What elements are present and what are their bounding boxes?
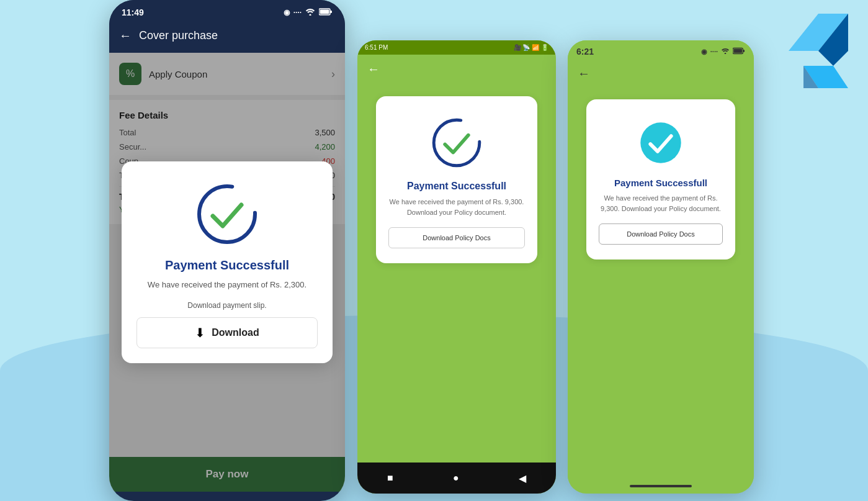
phone2-back-button[interactable]: ←: [357, 55, 390, 84]
phone3-dots-icon: ····: [710, 48, 718, 55]
nav-back-icon[interactable]: ◀: [519, 472, 526, 484]
gps-icon: ◉: [284, 8, 290, 17]
download-label: Download: [212, 327, 259, 338]
phone3-home-indicator: [630, 485, 692, 487]
phone2-icons: 🎥 📡 📶 🔋: [514, 44, 548, 51]
success-title: Payment Successfull: [165, 258, 289, 273]
svg-point-8: [434, 120, 480, 166]
download-button[interactable]: ⬇ Download: [136, 317, 318, 348]
phone3-gps-icon: ◉: [701, 48, 707, 56]
phone3-success-title: Payment Successfull: [614, 178, 707, 188]
phone3-wifi-icon: [721, 48, 730, 55]
phone2-body: ← Payment Successfull We have received t…: [357, 55, 556, 471]
phone2-nav-bar: ■ ● ◀: [357, 463, 556, 494]
svg-rect-6: [320, 9, 329, 14]
phone3-time: 6:21: [576, 47, 594, 56]
phone1-header: ← Cover purchase: [109, 22, 345, 53]
wifi-icon: [305, 8, 315, 17]
phone3-battery-icon: [733, 47, 745, 56]
flutter-logo: [781, 6, 856, 81]
phone3-status-bar: 6:21 ◉ ····: [568, 40, 754, 60]
phone2-frame: 6:51 PM 🎥 📡 📶 🔋 ← Payment Successfull We…: [357, 40, 556, 494]
success-description: We have received the payment of Rs. 2,30…: [148, 279, 306, 291]
phone2-success-card: Payment Successfull We have received the…: [376, 96, 537, 263]
phone1-time: 11:49: [122, 7, 144, 17]
phone1-status-bar: 11:49 ◉ ····: [109, 0, 345, 22]
success-checkmark-icon: [193, 180, 261, 248]
phone3-download-button[interactable]: Download Policy Docs: [599, 223, 723, 245]
download-icon: ⬇: [195, 325, 205, 340]
nav-circle-icon[interactable]: ●: [453, 472, 459, 484]
payment-success-dialog: Payment Successfull We have received the…: [122, 161, 333, 363]
svg-rect-10: [743, 50, 745, 52]
phone2-success-title: Payment Successfull: [407, 181, 506, 192]
battery-icon: [319, 8, 333, 17]
svg-rect-5: [330, 11, 332, 13]
dots-icon: ····: [293, 8, 302, 17]
nav-square-icon[interactable]: ■: [387, 472, 393, 484]
svg-rect-11: [733, 49, 742, 53]
phone2-status-bar: 6:51 PM 🎥 📡 📶 🔋: [357, 40, 556, 55]
phone2-checkmark-icon: [429, 115, 485, 171]
phone3-success-desc: We have received the payment of Rs. 9,30…: [599, 193, 723, 214]
phone1-body: % Apply Coupon › Fee Details Total 3,500…: [109, 53, 345, 492]
download-hint-text: Download payment slip.: [187, 301, 266, 310]
phone3-success-card: Payment Successfull We have received the…: [586, 99, 735, 260]
phone3-frame: 6:21 ◉ ···· ← Payment Successfull We hav…: [568, 40, 754, 494]
phone3-back-button[interactable]: ←: [568, 60, 600, 87]
phone1-title: Cover purchase: [139, 29, 218, 42]
phone1-back-button[interactable]: ←: [119, 29, 132, 43]
phone3-body: ← Payment Successfull We have received t…: [568, 60, 754, 489]
phone1-frame: 11:49 ◉ ···· ← Cover purchase % Apply Co…: [109, 0, 345, 501]
phone2-success-desc: We have received the payment of Rs. 9,30…: [388, 197, 525, 217]
svg-point-7: [199, 186, 255, 242]
phone2-time: 6:51 PM: [365, 44, 388, 51]
phone3-checkmark-icon: [636, 118, 686, 168]
svg-point-12: [640, 122, 681, 163]
phone2-download-button[interactable]: Download Policy Docs: [388, 227, 525, 248]
